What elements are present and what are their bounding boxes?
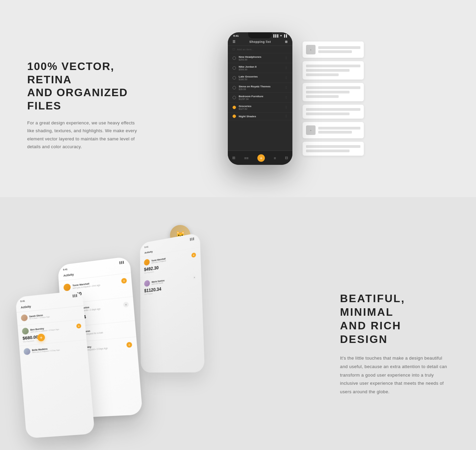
list-item: New Headphones $293.99 ⋮ [228,53,292,63]
phone-back: 9:41 ▌▌▌ Activity Tonie Marshall sent yo… [140,232,205,373]
bag-nav-icon: ⊟ [285,156,288,160]
left-text-block: 100% VECTOR, RETINA AND ORGANIZED FILES … [27,60,143,151]
item-checkbox [233,66,236,70]
phones-3d-area: 🐱 9:41 ▌▌▌ Activity Tonie Marshall sent … [27,218,320,449]
home-nav-icon: ⊞ [232,156,235,160]
wf-line [306,73,339,76]
heading-bottom: BEATIFUL, MINIMAL AND RICH DESIGN [340,292,449,346]
search-placeholder: Add an item... [237,48,254,51]
item-checkbox [233,96,236,99]
more-icon: ⋮ [285,115,288,118]
more-icon: ⋮ [285,56,288,60]
list-item: Siena on Royalz Themes $39.99 ⋮ [228,83,292,93]
wireframe-card-4 [303,105,364,119]
item-checkbox-filled [233,106,236,109]
search-icon: ☐ [233,48,235,51]
network-icons: ▌▌▌ ✦ ▐▐ [273,34,287,37]
avatar [23,348,31,356]
add-nav-button[interactable]: + [257,154,265,162]
item-price: $127.62 [239,108,285,110]
wireframe-card-5: ▪ [303,122,364,138]
avatar [144,259,150,266]
menu-icon: ☰ [233,40,236,44]
item-name: New Headphones [239,55,285,58]
item-name: Night Shades [239,115,285,118]
wf-line [318,131,352,134]
time-display: 9:41 [233,34,239,37]
wf-line [306,95,339,98]
wireframe-card-6 [303,142,364,156]
wireframe-card-3 [303,83,364,101]
avatar [63,283,71,291]
wf-line [306,69,350,72]
add-button-small[interactable]: + [191,253,196,258]
wf-line [306,112,350,115]
item-price: $1297.34 [239,98,285,100]
section-bottom: 🐱 9:41 ▌▌▌ Activity Tonie Marshall sent … [0,197,476,450]
add-button[interactable]: + [126,342,132,348]
phone-screen: ☰ Shopping list ⊞ ☐ Add an item... New H… [228,38,292,154]
wf-line [306,108,360,111]
list-item: Bedroom Furniture $1297.34 ⋮ [228,93,292,103]
item-price: $39.99 [239,88,285,90]
item-name: Bedroom Furniture [239,95,285,98]
add-button-front[interactable]: + [76,324,81,329]
avatar [22,328,29,335]
thumb-placeholder: ▪ [306,125,316,135]
bottom-navigation: ⊞ ≡≡ + ≡ ⊟ [228,151,292,165]
section-top: 100% VECTOR, RETINA AND ORGANIZED FILES … [0,0,476,197]
list-item: Nike Jordan II $599.99 ⋮ [228,63,292,73]
more-icon: ⋮ [285,86,288,89]
avatar [144,280,150,287]
shopping-list-phone: 9:41 ▌▌▌ ✦ ▐▐ ☰ Shopping list ⊞ ☐ Add an… [228,32,292,165]
close-button-small[interactable]: × [192,275,197,280]
item-price: $599.99 [239,68,285,71]
wf-line [306,150,350,152]
more-icon: ⋮ [285,66,288,70]
wf-line [318,50,352,53]
item-price: $180.50 [239,78,285,81]
item-checkbox [233,86,236,89]
item-checkbox [233,76,236,80]
list-nav-icon: ≡ [274,156,276,160]
settings-icon: ⊞ [285,40,288,44]
item-name: Nike Jordan II [239,65,285,68]
wf-line [306,145,360,148]
item-name: Late Groceries [239,75,285,78]
heading-top: 100% VECTOR, RETINA AND ORGANIZED FILES [27,60,143,112]
list-item: Groceries $127.62 ⋮ [228,103,292,112]
add-button[interactable]: + [121,278,127,284]
list-item: Late Groceries $180.50 ⋮ [228,73,292,83]
close-button[interactable]: × [123,301,129,308]
right-text-block: BEATIFUL, MINIMAL AND RICH DESIGN It's t… [320,292,449,396]
description-top: For a great design experience, we use he… [27,119,143,151]
item-checkbox-filled [233,115,236,118]
phone-front: 9:41 ▌▌▌ Activity Sarah Glenn for a loan… [15,290,95,438]
wf-line [318,127,360,129]
wireframe-cards: ▪ [303,41,364,156]
thumb-placeholder: ▪ [306,45,316,54]
item-name: Siena on Royalz Themes [239,85,285,88]
more-icon: ⋮ [285,96,288,99]
item-price: $293.99 [239,58,285,61]
item-name: Groceries [239,105,285,108]
phones-area-top: 9:41 ▌▌▌ ✦ ▐▐ ☰ Shopping list ⊞ ☐ Add an… [143,20,449,177]
item-checkbox [233,56,236,60]
wireframe-card-2 [303,61,364,80]
wf-line [306,86,360,89]
description-bottom: It's the little touches that make a desi… [340,354,449,396]
wf-line [306,91,350,93]
more-icon: ⋮ [285,106,288,109]
wf-line [318,46,360,49]
phone-notch [248,32,272,38]
avatar [21,314,28,321]
more-icon: ⋮ [285,76,288,80]
search-bar: ☐ Add an item... [228,46,292,53]
floating-add-button[interactable]: + [37,334,45,341]
browse-nav-icon: ≡≡ [244,156,249,160]
wf-line [306,65,360,67]
list-item: Night Shades ⋮ [228,112,292,120]
phone-header: ☰ Shopping list ⊞ [228,38,292,46]
phone-title: Shopping list [249,40,271,44]
wireframe-card-1: ▪ [303,41,364,58]
